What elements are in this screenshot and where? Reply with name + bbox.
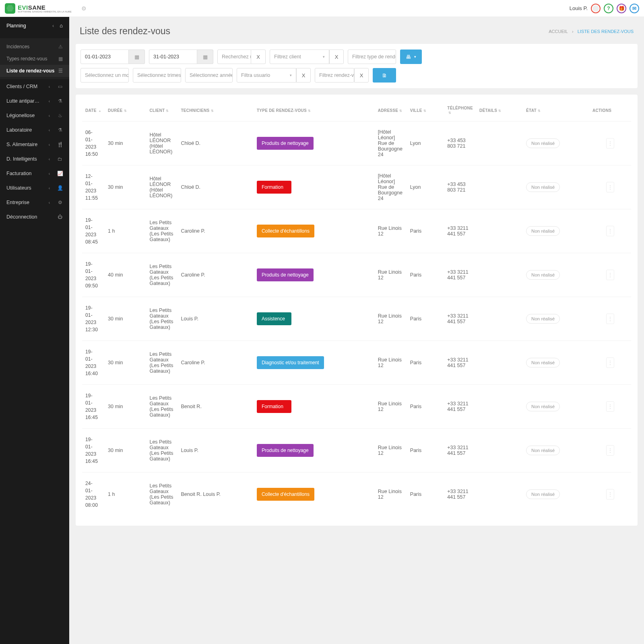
cell-details [476,165,523,209]
cell-actions[interactable]: ⋮ [589,473,631,516]
date-from-input[interactable]: 01-01-2023 ▦ [80,50,145,64]
clear-user-button[interactable]: X [296,68,311,83]
sidebar-item-incidences[interactable]: Incidences ⚠ [0,41,69,53]
warning-icon: ⚠ [58,44,63,50]
th-type[interactable]: TYPE DE RENDEZ-VOUS⇅ [254,102,375,122]
cell-actions[interactable]: ⋮ [589,165,631,209]
search-client-input[interactable]: Recherchez un client X [217,50,266,64]
sidebar-item[interactable]: D. Intelligents‹🗀 [0,152,69,166]
sidebar-item[interactable]: Clients / CRM‹▭ [0,79,69,94]
cell-ville: Paris [407,341,444,385]
th-details[interactable]: DÉTAILS⇅ [476,102,523,122]
menu-icon: 📈 [57,171,63,176]
chevron-left-icon: ‹ [49,128,50,132]
sidebar-item-liste-rdv[interactable]: Liste de rendez-vous ☰ [0,65,69,77]
table-row: 19-01-2023 16:4030 minLes Petits Gateaux… [82,341,631,385]
cell-actions[interactable]: ⋮ [589,429,631,473]
more-icon: ⋮ [606,182,614,192]
year-select[interactable]: Sélectionnez année ▾ [185,68,233,83]
filter-client-select[interactable]: Filtrez client X [270,50,344,64]
sidebar-item[interactable]: Lutte antipar…‹⚗ [0,94,69,108]
user-label[interactable]: Louis P. [570,5,588,11]
cell-adresse: Rue Linois 12 [375,473,407,516]
cell-type: Diagnostic et/ou traitement [254,341,375,385]
filter-type-input[interactable]: Filtrez type de rendez-vous [348,50,396,64]
table-row: 06-01-2023 16:5030 minHôtel LÉONOR (Hôte… [82,122,631,165]
cell-duree: 30 min [105,429,146,473]
th-tel[interactable]: TÉLÉPHONE⇅ [444,102,476,122]
chat-icon[interactable]: ✉ [630,4,639,13]
cell-duree: 30 min [105,385,146,429]
th-date[interactable]: DATE ▴ [82,102,105,122]
filter-rdv-input[interactable]: Filtrez rendez-vous X [315,68,369,83]
cell-client: Les Petits Gateaux (Les Petits Gateaux) [146,209,178,253]
calendar-icon[interactable]: ▦ [129,50,145,64]
th-adresse[interactable]: ADRESSE⇅ [375,102,407,122]
clear-client-button[interactable]: X [329,50,344,64]
cell-tel: +33 3211 441 557 [444,209,476,253]
cell-actions[interactable]: ⋮ [589,122,631,165]
cell-details [476,209,523,253]
cell-actions[interactable]: ⋮ [589,341,631,385]
print-button[interactable]: 🖶▾ [400,50,422,64]
cell-type: Produits de nettoyage [254,122,375,165]
sidebar-item[interactable]: Déconnection⏻ [0,210,69,224]
cell-actions[interactable]: ⋮ [589,385,631,429]
cell-tech: Benoit R. Louis P. [178,473,253,516]
sidebar-item[interactable]: S. Alimentaire‹🍴 [0,137,69,152]
sidebar-item[interactable]: Entreprise‹⚙ [0,195,69,210]
more-icon: ⋮ [606,489,614,500]
sidebar-item[interactable]: Facturation‹📈 [0,166,69,181]
sidebar-item-types-rdv[interactable]: Types rendez-vous ▦ [0,53,69,65]
cell-adresse: Rue Linois 12 [375,253,407,297]
status-badge: Non réalisé [526,138,560,148]
sidebar-item[interactable]: Laboratoire‹⚗ [0,123,69,137]
cell-details [476,297,523,341]
sidebar-item[interactable]: Utilisateurs‹👤 [0,181,69,195]
chevron-left-icon: ‹ [49,200,50,205]
cell-type: Produits de nettoyage [254,429,375,473]
sidebar-item[interactable]: Légionellose‹♨ [0,108,69,123]
sidebar-section-planning[interactable]: Planning ‹ ⌂ [0,17,69,38]
cell-etat: Non réalisé [523,165,589,209]
cell-details [476,473,523,516]
menu-icon: ⚗ [57,127,63,133]
status-badge: Non réalisé [526,446,560,455]
gear-icon[interactable]: ⚙ [81,5,87,12]
chevron-left-icon: ‹ [49,171,50,176]
chevron-left-icon: ‹ [52,23,54,29]
th-client[interactable]: CLIENT⇅ [146,102,178,122]
month-select[interactable]: Sélectionnez un mois [80,68,129,83]
th-tech[interactable]: TECHNICIENS⇅ [178,102,253,122]
cell-type: Assistence [254,297,375,341]
filter-user-select[interactable]: Filtra usuario X [237,68,311,83]
home-icon[interactable]: ⌂ [60,23,63,29]
clear-rdv-button[interactable]: X [354,68,369,83]
export-button[interactable]: 🗎 [373,68,396,83]
quarter-select[interactable]: Sélectionnez trimestre [133,68,181,83]
cell-date: 19-01-2023 16:45 [82,429,105,473]
cell-tel: +33 3211 441 557 [444,473,476,516]
cell-duree: 30 min [105,297,146,341]
cell-actions[interactable]: ⋮ [589,209,631,253]
help-icon[interactable]: ? [604,4,613,13]
cell-client: Les Petits Gateaux (Les Petits Gateaux) [146,297,178,341]
avatar-icon[interactable] [591,4,601,13]
more-icon: ⋮ [606,314,614,324]
breadcrumb-home[interactable]: ACCUEIL [549,29,568,34]
cell-ville: Lyon [407,165,444,209]
cell-actions[interactable]: ⋮ [589,297,631,341]
logo[interactable]: EVISANE SOFTWARE SANIDAD AMBIENTAL EN LA… [5,3,72,14]
cell-duree: 1 h [105,209,146,253]
date-to-input[interactable]: 31-01-2023 ▦ [149,50,213,64]
calendar-icon[interactable]: ▦ [197,50,213,64]
cell-actions[interactable]: ⋮ [589,253,631,297]
sidebar-subitems: Incidences ⚠ Types rendez-vous ▦ Liste d… [0,38,69,79]
th-duree[interactable]: DURÉE⇅ [105,102,146,122]
th-ville[interactable]: VILLE⇅ [407,102,444,122]
gift-icon[interactable]: 🎁 [617,4,626,13]
clear-search-button[interactable]: X [251,50,266,64]
cell-adresse: Rue Linois 12 [375,209,407,253]
th-etat[interactable]: ÉTAT⇅ [523,102,589,122]
appointments-table-card: DATE ▴ DURÉE⇅ CLIENT⇅ TECHNICIENS⇅ TYPE … [76,95,638,526]
